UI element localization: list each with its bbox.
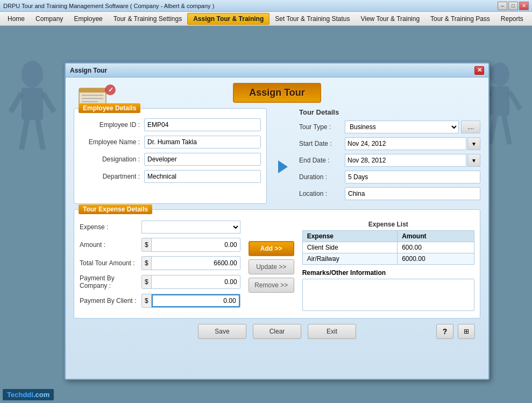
watermark: Techddi.com xyxy=(3,389,54,400)
form-columns: Employee Details Employee ID : Employee … xyxy=(74,108,480,204)
expense-table: Expense Amount Client Side600.00Air/Rail… xyxy=(302,230,474,265)
employee-details-section: Employee Details Employee ID : Employee … xyxy=(74,108,267,204)
expense-right-panel: Expense List Expense Amount Client Side6… xyxy=(302,221,474,313)
payment-company-input[interactable] xyxy=(152,275,240,288)
end-date-label: End Date : xyxy=(299,157,345,164)
employee-name-row: Employee Name : xyxy=(80,136,261,149)
duration-label: Duration : xyxy=(299,173,345,181)
svg-line-4 xyxy=(22,120,27,150)
amount-cell: 6000.00 xyxy=(398,253,474,265)
title-bar-controls: – □ ✕ xyxy=(498,2,529,10)
menu-bar: HomeCompanyEmployeeTour & Training Setti… xyxy=(0,12,532,26)
payment-client-row: Payment By Client : $ xyxy=(80,294,240,308)
maximize-button[interactable]: □ xyxy=(508,2,518,10)
start-date-row: Start Date : ▼ xyxy=(299,137,480,150)
designation-label: Designation : xyxy=(80,155,144,163)
svg-line-3 xyxy=(43,93,54,112)
end-date-calendar-button[interactable]: ▼ xyxy=(467,154,480,167)
save-button[interactable]: Save xyxy=(198,324,246,339)
expense-list-title: Expense List xyxy=(302,221,474,228)
dialog-header: ✓ Assign Tour xyxy=(74,83,480,103)
expense-section: Tour Expense Details Expense : Amount : xyxy=(74,209,480,319)
employee-name-input[interactable] xyxy=(144,136,261,149)
total-amount-input[interactable] xyxy=(152,257,240,270)
title-bar: DRPU Tour and Training Management Softwa… xyxy=(0,0,532,12)
menu-item-settings[interactable]: Settings xyxy=(529,13,532,24)
svg-line-10 xyxy=(490,116,495,144)
payment-company-row: Payment By Company : $ xyxy=(80,274,240,289)
amount-dollar-sign: $ xyxy=(142,238,152,251)
svg-point-6 xyxy=(490,62,509,86)
app-title: DRPU Tour and Training Management Softwa… xyxy=(3,3,214,9)
remove-expense-button[interactable]: Remove >> xyxy=(249,278,294,293)
department-input[interactable] xyxy=(144,170,261,183)
end-date-field[interactable] xyxy=(345,154,466,167)
expense-table-row[interactable]: Client Side600.00 xyxy=(302,242,474,253)
menu-item-home[interactable]: Home xyxy=(2,13,30,24)
start-date-calendar-button[interactable]: ▼ xyxy=(467,137,480,150)
middle-arrow xyxy=(275,108,291,204)
grid-button[interactable]: ⊞ xyxy=(458,324,475,339)
menu-item-company[interactable]: Company xyxy=(30,13,68,24)
dialog-close-button[interactable]: ✕ xyxy=(474,66,484,75)
expense-type-row: Expense : xyxy=(80,221,240,234)
svg-rect-7 xyxy=(490,86,509,116)
help-button[interactable]: ? xyxy=(436,324,453,339)
expense-table-row[interactable]: Air/Railway6000.00 xyxy=(302,253,474,265)
svg-line-2 xyxy=(11,93,22,112)
tour-type-dropdown: Business .... xyxy=(345,121,480,133)
menu-item-assign-tour-training[interactable]: Assign Tour & Training xyxy=(187,13,269,25)
menu-item-tour-training-settings[interactable]: Tour & Training Settings xyxy=(108,13,187,24)
employee-section-title: Employee Details xyxy=(79,103,140,113)
expense-type-label: Expense : xyxy=(80,223,141,231)
amount-label: Amount : xyxy=(80,241,141,249)
amount-input[interactable] xyxy=(152,238,240,251)
tour-details-title: Tour Details xyxy=(299,108,480,116)
start-date-field[interactable] xyxy=(345,137,466,150)
svg-rect-13 xyxy=(79,88,106,93)
expense-section-title: Tour Expense Details xyxy=(79,204,152,214)
department-label: Department : xyxy=(80,173,144,180)
svg-line-9 xyxy=(509,91,520,109)
designation-row: Designation : xyxy=(80,153,261,166)
payment-client-input-group: $ xyxy=(141,294,240,308)
expense-action-buttons: Add >> Update >> Remove >> xyxy=(246,221,297,313)
payment-client-input[interactable] xyxy=(152,294,240,307)
total-row: Total Tour Amount : $ xyxy=(80,256,240,270)
menu-item-reports[interactable]: Reports xyxy=(495,13,529,24)
minimize-button[interactable]: – xyxy=(498,2,507,10)
location-row: Location : China xyxy=(299,187,480,200)
menu-item-employee[interactable]: Employee xyxy=(68,13,108,24)
svg-line-11 xyxy=(504,116,509,144)
expense-type-select[interactable] xyxy=(141,221,240,234)
close-button[interactable]: ✕ xyxy=(519,2,529,10)
payment-company-dollar-sign: $ xyxy=(142,275,152,288)
menu-item-set-tour-training-status[interactable]: Set Tour & Training Status xyxy=(269,13,355,24)
duration-value: 5 Days xyxy=(345,171,480,183)
employee-id-label: Employee ID : xyxy=(80,121,144,129)
main-title: Assign Tour xyxy=(233,83,321,103)
remarks-textarea[interactable] xyxy=(302,279,474,311)
total-label: Total Tour Amount : xyxy=(80,259,141,267)
amount-input-group: $ xyxy=(141,238,240,252)
employee-id-row: Employee ID : xyxy=(80,118,261,131)
exit-button[interactable]: Exit xyxy=(308,324,356,339)
start-date-label: Start Date : xyxy=(299,140,345,147)
menu-item-tour-training-pass[interactable]: Tour & Training Pass xyxy=(425,13,495,24)
employee-id-input[interactable] xyxy=(144,118,261,131)
amount-row: Amount : $ xyxy=(80,238,240,252)
arrow-icon xyxy=(278,160,288,173)
location-label: Location : xyxy=(299,190,345,197)
dialog-title-bar: Assign Tour ✕ xyxy=(66,63,488,77)
tour-browse-button[interactable]: .... xyxy=(461,121,480,133)
payment-company-input-group: $ xyxy=(141,275,240,289)
update-expense-button[interactable]: Update >> xyxy=(249,259,294,274)
add-expense-button[interactable]: Add >> xyxy=(249,241,294,256)
designation-input[interactable] xyxy=(144,153,261,166)
tour-type-select[interactable]: Business xyxy=(345,121,459,133)
payment-company-label: Payment By Company : xyxy=(80,274,141,289)
menu-item-view-tour-training[interactable]: View Tour & Training xyxy=(355,13,425,24)
duration-row: Duration : 5 Days xyxy=(299,171,480,183)
remarks-label: Remarks/Other Information xyxy=(302,269,474,277)
clear-button[interactable]: Clear xyxy=(253,324,301,339)
